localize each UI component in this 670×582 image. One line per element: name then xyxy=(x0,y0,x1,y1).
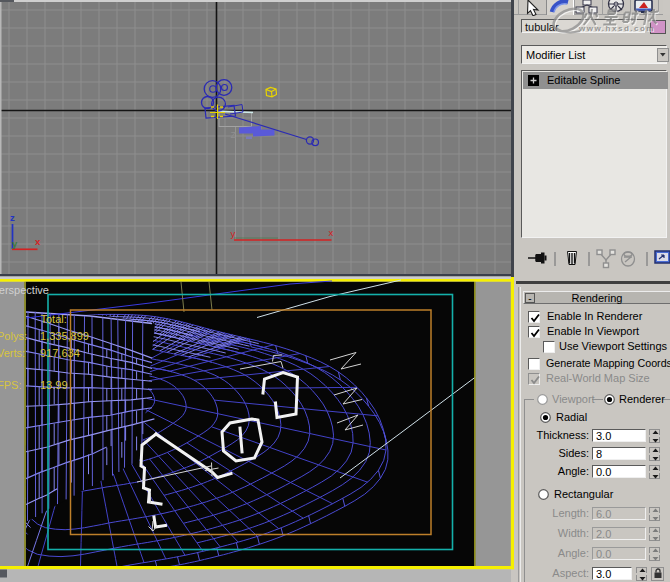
svg-text:z: z xyxy=(10,212,15,223)
svg-text:917,634: 917,634 xyxy=(40,347,80,359)
svg-text:Verts:: Verts: xyxy=(0,347,25,359)
svg-text:Z: Z xyxy=(231,130,237,140)
svg-text:Perspective: Perspective xyxy=(0,284,49,296)
svg-text:1,335,899: 1,335,899 xyxy=(40,330,89,342)
svg-text:y: y xyxy=(231,228,236,239)
svg-text:FPS:: FPS: xyxy=(0,379,21,391)
svg-text:x: x xyxy=(329,227,334,238)
svg-text:13.99: 13.99 xyxy=(40,379,68,391)
svg-text:y: y xyxy=(12,238,18,249)
svg-text:Total:: Total: xyxy=(41,313,67,325)
svg-text:x: x xyxy=(35,236,41,247)
svg-text:Polys:: Polys: xyxy=(0,330,27,342)
